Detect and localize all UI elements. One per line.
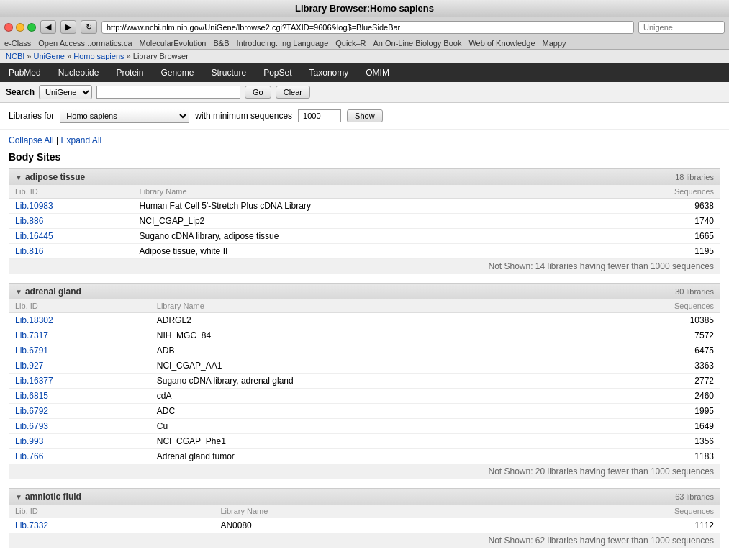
bookmark-quickr[interactable]: Quick–R [335,39,366,48]
go-button[interactable]: Go [245,86,271,99]
lib-link-1-0[interactable]: Lib.18302 [15,315,53,325]
lib-link-1-4[interactable]: Lib.16377 [15,376,53,386]
main-content: Collapse All | Expand All Body Sites ▼ a… [0,130,729,560]
expand-all-link[interactable]: Expand All [61,135,102,145]
table-row: Lib.816Adipose tissue, white II1195 [9,244,720,259]
lib-link-1-7[interactable]: Lib.6793 [15,421,48,431]
nav-taxonomy[interactable]: Taxonomy [301,63,358,82]
lib-seq-0-2: 1665 [592,229,720,244]
bookmark-biology[interactable]: An On-Line Biology Book [373,39,461,48]
bookmark-wok[interactable]: Web of Knowledge [468,39,535,48]
lib-link-0-3[interactable]: Lib.816 [15,246,43,256]
lib-link-1-6[interactable]: Lib.6792 [15,406,48,416]
lib-id-1-4: Lib.16377 [9,374,151,389]
category-name-1: ▼ adrenal gland [15,286,81,297]
bookmark-bb[interactable]: B&B [213,39,229,48]
lib-link-0-2[interactable]: Lib.16445 [15,231,53,241]
traffic-lights [4,23,36,32]
category-name-0: ▼ adipose tissue [15,172,85,182]
collapse-all-link[interactable]: Collapse All [9,135,54,145]
lib-link-1-8[interactable]: Lib.993 [15,436,43,446]
search-input[interactable] [96,86,240,99]
nav-protein[interactable]: Protein [107,63,152,82]
triangle-icon-2: ▼ [15,493,22,501]
bookmark-mappy[interactable]: Mappy [543,39,566,48]
back-button[interactable]: ◀ [40,20,56,34]
category-table-1: Lib. IDLibrary NameSequencesLib.18302ADR… [9,299,720,479]
nav-pubmed[interactable]: PubMed [0,63,50,82]
clear-button[interactable]: Clear [276,86,310,99]
top-nav: PubMed Nucleotide Protein Genome Structu… [0,63,729,82]
lib-link-1-2[interactable]: Lib.6791 [15,346,48,356]
col-header-0-2: Sequences [592,185,720,199]
lib-id-1-1: Lib.7317 [9,328,151,343]
lib-name-1-8: NCI_CGAP_Phe1 [151,434,574,449]
min-seq-input[interactable] [298,109,341,122]
lib-id-0-0: Lib.10983 [9,199,134,214]
lib-link-0-0[interactable]: Lib.10983 [15,201,53,211]
lib-id-1-2: Lib.6791 [9,343,151,358]
triangle-icon-0: ▼ [15,173,22,181]
search-select[interactable]: UniGene Gene PubMed [39,85,92,99]
lib-seq-1-1: 7572 [574,328,720,343]
category-count-2: 63 libraries [675,492,714,501]
table-row: Lib.886NCI_CGAP_Lip21740 [9,214,720,229]
bookmark-molecular[interactable]: MolecularEvolution [140,39,207,48]
show-button[interactable]: Show [347,109,383,122]
nav-popset[interactable]: PopSet [255,63,300,82]
minimize-button[interactable] [16,23,24,32]
nav-genome[interactable]: Genome [152,63,202,82]
url-bar[interactable] [101,21,634,34]
table-row: Lib.766Adrenal gland tumor1183 [9,449,720,464]
lib-seq-1-7: 1649 [574,419,720,434]
forward-button[interactable]: ▶ [60,20,76,34]
category-table-0: Lib. IDLibrary NameSequencesLib.10983Hum… [9,185,720,274]
table-row: Lib.6815cdA2460 [9,389,720,404]
table-row: Lib.927NCI_CGAP_AA13363 [9,358,720,374]
lib-id-1-3: Lib.927 [9,358,151,374]
window-title: Library Browser:Homo sapiens [295,3,434,14]
breadcrumb-ncbi[interactable]: NCBI [6,52,24,60]
category-header-2[interactable]: ▼ amniotic fluid 63 libraries [9,488,720,505]
lib-id-1-5: Lib.6815 [9,389,151,404]
species-select[interactable]: Homo sapiens [60,109,189,123]
bookmark-intro[interactable]: Introducing...ng Language [236,39,328,48]
breadcrumb-homo[interactable]: Homo sapiens [73,52,124,60]
not-shown-text-2: Not Shown: 62 libraries having fewer tha… [9,533,720,548]
reload-button[interactable]: ↻ [81,20,97,34]
nav-structure[interactable]: Structure [202,63,255,82]
lib-link-1-3[interactable]: Lib.927 [15,361,43,371]
lib-name-0-3: Adipose tissue, white II [134,244,592,259]
category-header-0[interactable]: ▼ adipose tissue 18 libraries [9,168,720,185]
table-row: Lib.6793Cu1649 [9,419,720,434]
browser-search-input[interactable] [638,21,725,34]
title-bar: Library Browser:Homo sapiens [0,0,729,17]
category-header-1[interactable]: ▼ adrenal gland 30 libraries [9,283,720,299]
lib-name-0-0: Human Fat Cell 5'-Stretch Plus cDNA Libr… [134,199,592,214]
lib-link-2-0[interactable]: Lib.7332 [15,520,48,530]
maximize-button[interactable] [27,23,36,32]
nav-omim[interactable]: OMIM [357,63,398,82]
col-header-2-2: Sequences [484,505,720,518]
min-seq-label: with minimum sequences [195,111,292,121]
nav-nucleotide[interactable]: Nucleotide [50,63,108,82]
category-count-0: 18 libraries [675,173,714,181]
bookmark-eclass[interactable]: e-Class [4,39,31,48]
lib-link-1-5[interactable]: Lib.6815 [15,391,48,401]
bookmark-openaccess[interactable]: Open Access...ormatics.ca [38,39,132,48]
lib-name-1-1: NIH_MGC_84 [151,328,574,343]
lib-id-2-0: Lib.7332 [9,518,215,533]
category-table-2: Lib. IDLibrary NameSequencesLib.7332AN00… [9,505,720,548]
lib-link-1-1[interactable]: Lib.7317 [15,330,48,340]
lib-seq-0-1: 1740 [592,214,720,229]
search-bar: Search UniGene Gene PubMed Go Clear [0,82,729,103]
category-count-1: 30 libraries [675,287,714,296]
lib-name-1-6: ADC [151,404,574,419]
close-button[interactable] [4,23,13,32]
table-row: Lib.16445Sugano cDNA library, adipose ti… [9,229,720,244]
lib-seq-1-9: 1183 [574,449,720,464]
lib-link-1-9[interactable]: Lib.766 [15,451,43,461]
breadcrumb-unigene[interactable]: UniGene [34,52,65,60]
col-header-2-0: Lib. ID [9,505,215,518]
lib-link-0-1[interactable]: Lib.886 [15,216,43,226]
